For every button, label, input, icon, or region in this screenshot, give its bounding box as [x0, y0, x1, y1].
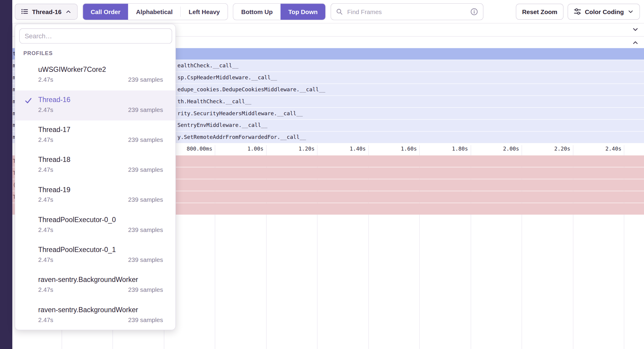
find-frames-input[interactable] [346, 7, 467, 15]
collapse-minimap-chevron-down-icon[interactable] [632, 26, 639, 34]
axis-tick-label: 2.00s [474, 145, 519, 152]
profile-samples: 239 samples [128, 166, 163, 173]
axis-tick-label: 2.20s [525, 145, 570, 152]
toolbar: Thread-16 Call Order Alphabetical Left H… [12, 0, 644, 23]
profile-item-thread-16[interactable]: Thread-16 2.47s 239 samples [15, 90, 176, 120]
sort-call-order-button[interactable]: Call Order [83, 4, 128, 20]
profile-item-thread-19[interactable]: Thread-19 2.47s 239 samples [15, 180, 176, 210]
profile-name: Thread-18 [38, 155, 163, 164]
chevron-down-icon [628, 8, 634, 15]
profile-item-threadpoolexecutor-0-1[interactable]: ThreadPoolExecutor-0_1 2.47s 239 samples [15, 241, 176, 271]
profile-duration: 2.47s [38, 316, 53, 323]
axis-tick-label: 1.00s [218, 145, 263, 152]
axis-tick-label: 1.60s [372, 145, 417, 152]
color-coding-label: Color Coding [585, 8, 624, 15]
check-icon [24, 97, 32, 105]
axis-tick-label: 1.20s [269, 145, 315, 152]
profile-item-thread-17[interactable]: Thread-17 2.47s 239 samples [15, 120, 176, 150]
sort-left-heavy-button[interactable]: Left Heavy [181, 4, 228, 20]
profile-duration: 2.47s [38, 106, 53, 113]
profile-duration: 2.47s [38, 256, 53, 263]
profile-duration: 2.47s [38, 136, 53, 143]
profile-item-raven-sentry-backgroundworker-1[interactable]: raven-sentry.BackgroundWorker 2.47s 239 … [15, 271, 176, 301]
profile-name: raven-sentry.BackgroundWorker [38, 306, 163, 315]
profile-name: uWSGIWorker7Core2 [38, 65, 163, 74]
profile-name: Thread-16 [38, 95, 163, 104]
sort-alphabetical-button[interactable]: Alphabetical [128, 4, 181, 20]
profile-name: Thread-17 [38, 125, 163, 134]
thread-selector-label: Thread-16 [32, 8, 62, 15]
search-icon [336, 8, 343, 15]
expand-flamegraph-chevron-up-icon[interactable] [632, 39, 639, 47]
profile-duration: 2.47s [38, 286, 53, 293]
sliders-icon [574, 8, 581, 15]
dropdown-search-input[interactable] [19, 28, 172, 44]
profile-samples: 239 samples [128, 226, 163, 233]
profile-samples: 239 samples [128, 316, 163, 323]
profile-duration: 2.47s [38, 226, 53, 233]
sort-order-group: Call Order Alphabetical Left Heavy [83, 3, 228, 20]
profile-samples: 239 samples [128, 196, 163, 203]
direction-bottom-up-button[interactable]: Bottom Up [234, 4, 281, 20]
direction-top-down-button[interactable]: Top Down [280, 4, 325, 20]
left-sidebar-strip [0, 0, 12, 349]
profile-item-thread-18[interactable]: Thread-18 2.47s 239 samples [15, 151, 176, 180]
profile-duration: 2.47s [38, 196, 53, 203]
profile-item-threadpoolexecutor-0-0[interactable]: ThreadPoolExecutor-0_0 2.47s 239 samples [15, 210, 176, 240]
profile-duration: 2.47s [38, 166, 53, 173]
find-frames-search[interactable] [331, 3, 483, 20]
profile-duration: 2.47s [38, 76, 53, 83]
axis-tick-label: 1.40s [321, 145, 366, 152]
profiler-app: Thread-16 Call Order Alphabetical Left H… [0, 0, 644, 349]
profiles-list: uWSGIWorker7Core2 2.47s 239 samples Thre… [15, 60, 176, 330]
profile-samples: 239 samples [128, 106, 163, 113]
profile-samples: 239 samples [128, 136, 163, 143]
profile-samples: 239 samples [128, 76, 163, 83]
axis-tick-label: 2.40s [576, 145, 621, 152]
chevron-up-icon [65, 8, 71, 15]
profile-item-raven-sentry-backgroundworker-2[interactable]: raven-sentry.BackgroundWorker 2.47s 239 … [15, 301, 176, 330]
direction-group: Bottom Up Top Down [233, 3, 326, 20]
color-coding-button[interactable]: Color Coding [568, 4, 640, 20]
profile-item-uwsgiworker7core2[interactable]: uWSGIWorker7Core2 2.47s 239 samples [15, 60, 176, 90]
profile-samples: 239 samples [128, 286, 163, 293]
profile-name: ThreadPoolExecutor-0_0 [38, 216, 163, 224]
thread-list-icon [21, 8, 28, 15]
profile-samples: 239 samples [128, 256, 163, 263]
profile-name: ThreadPoolExecutor-0_1 [38, 245, 163, 254]
reset-zoom-button[interactable]: Reset Zoom [516, 4, 564, 20]
axis-tick-label: 1.80s [423, 145, 468, 152]
info-icon[interactable] [470, 7, 478, 15]
reset-zoom-label: Reset Zoom [522, 8, 557, 15]
profiles-section-label: PROFILES [23, 50, 175, 57]
profile-name: raven-sentry.BackgroundWorker [38, 275, 163, 284]
thread-dropdown: PROFILES uWSGIWorker7Core2 2.47s 239 sam… [15, 24, 176, 330]
thread-selector-button[interactable]: Thread-16 [15, 4, 77, 20]
profile-name: Thread-19 [38, 186, 163, 195]
